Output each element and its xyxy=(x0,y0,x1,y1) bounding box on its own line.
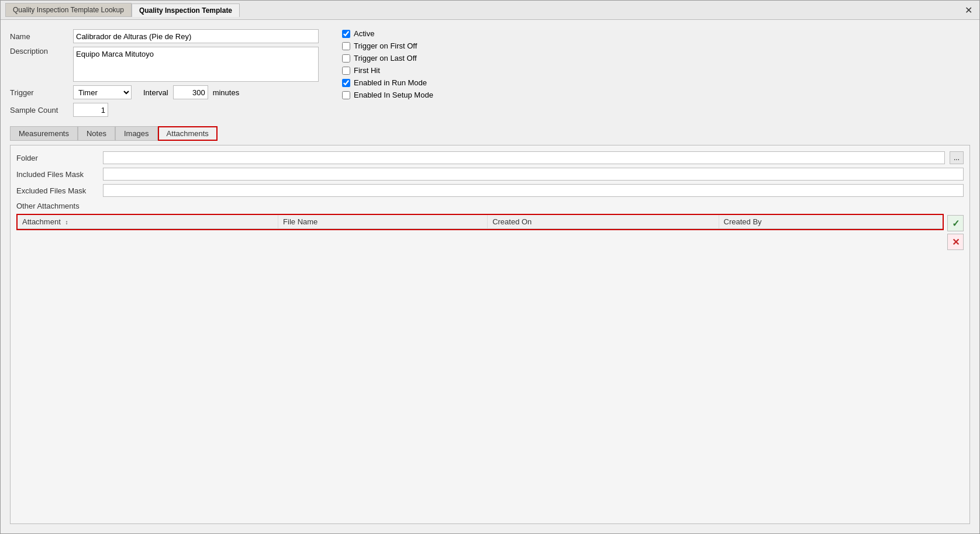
table-header-row: Attachment ↕ File Name Created On xyxy=(18,215,943,229)
col-attachment-label: Attachment xyxy=(22,217,61,226)
enabled-run-mode-row: Enabled in Run Mode xyxy=(342,78,433,87)
interval-label: Interval xyxy=(143,88,168,97)
included-mask-label: Included Files Mask xyxy=(16,170,98,179)
sample-count-row: Sample Count xyxy=(10,103,319,117)
folder-input[interactable] xyxy=(103,151,945,164)
excluded-mask-input[interactable] xyxy=(103,184,964,197)
excluded-mask-row: Excluded Files Mask xyxy=(16,184,964,197)
folder-label: Folder xyxy=(16,154,98,162)
trigger-last-off-checkbox[interactable] xyxy=(342,54,350,63)
confirm-button[interactable]: ✓ xyxy=(947,215,964,231)
sample-count-label: Sample Count xyxy=(10,106,68,115)
enabled-run-mode-checkbox[interactable] xyxy=(342,79,350,87)
tab-template[interactable]: Quality Inspection Template xyxy=(132,4,240,17)
sample-count-input[interactable] xyxy=(73,103,108,117)
main-window: Quality Inspection Template Lookup Quali… xyxy=(0,0,980,534)
sort-icon-attachment: ↕ xyxy=(65,219,68,226)
top-section: Name Description Equipo Marca Mitutoyo T… xyxy=(10,29,970,117)
first-hit-checkbox[interactable] xyxy=(342,67,350,75)
trigger-last-off-label: Trigger on Last Off xyxy=(354,54,417,63)
col-created-on: Created On xyxy=(488,215,719,229)
name-input[interactable] xyxy=(73,29,319,43)
folder-row: Folder ... xyxy=(16,151,964,164)
active-checkbox-row: Active xyxy=(342,29,433,38)
description-label: Description xyxy=(10,47,68,56)
col-created-by: Created By xyxy=(719,215,943,229)
content-area: Name Description Equipo Marca Mitutoyo T… xyxy=(1,20,979,533)
attachments-section: Folder ... Included Files Mask Excluded … xyxy=(10,145,970,524)
trigger-first-off-checkbox[interactable] xyxy=(342,42,350,50)
col-filename-label: File Name xyxy=(283,217,318,226)
trigger-first-off-label: Trigger on First Off xyxy=(354,41,417,50)
col-attachment: Attachment ↕ xyxy=(18,215,278,229)
attachments-table: Attachment ↕ File Name Created On xyxy=(18,215,943,229)
name-label: Name xyxy=(10,32,68,41)
description-row: Description Equipo Marca Mitutoyo xyxy=(10,47,319,82)
tab-lookup[interactable]: Quality Inspection Template Lookup xyxy=(5,3,132,17)
enabled-setup-mode-row: Enabled In Setup Mode xyxy=(342,91,433,99)
enabled-run-mode-label: Enabled in Run Mode xyxy=(354,78,427,87)
active-label: Active xyxy=(354,29,374,38)
trigger-select[interactable]: Timer Event Manual xyxy=(73,85,132,99)
tab-notes[interactable]: Notes xyxy=(78,126,115,141)
tab-measurements[interactable]: Measurements xyxy=(10,126,78,141)
interval-input[interactable] xyxy=(173,85,208,99)
browse-button[interactable]: ... xyxy=(950,151,964,164)
included-mask-input[interactable] xyxy=(103,168,964,181)
trigger-first-off-row: Trigger on First Off xyxy=(342,41,433,50)
action-buttons: ✓ ✕ xyxy=(947,214,964,250)
main-tabs: Measurements Notes Images Attachments xyxy=(10,126,970,141)
right-panel: Active Trigger on First Off Trigger on L… xyxy=(342,29,433,117)
attachments-table-container: Attachment ↕ File Name Created On xyxy=(16,214,944,230)
title-bar: Quality Inspection Template Lookup Quali… xyxy=(1,1,979,20)
enabled-setup-mode-checkbox[interactable] xyxy=(342,91,350,99)
included-mask-row: Included Files Mask xyxy=(16,168,964,181)
close-button[interactable]: ✕ xyxy=(962,5,975,16)
other-attachments-label: Other Attachments xyxy=(16,202,964,210)
tab-attachments[interactable]: Attachments xyxy=(158,126,218,141)
col-filename: File Name xyxy=(278,215,488,229)
cancel-button[interactable]: ✕ xyxy=(947,234,964,250)
description-textarea[interactable]: Equipo Marca Mitutoyo xyxy=(73,47,319,82)
excluded-mask-label: Excluded Files Mask xyxy=(16,186,98,195)
name-row: Name xyxy=(10,29,319,43)
first-hit-label: First Hit xyxy=(354,66,380,75)
col-created-on-label: Created On xyxy=(492,217,532,226)
left-form: Name Description Equipo Marca Mitutoyo T… xyxy=(10,29,319,117)
table-area: Attachment ↕ File Name Created On xyxy=(16,214,964,518)
trigger-last-off-row: Trigger on Last Off xyxy=(342,54,433,63)
active-checkbox[interactable] xyxy=(342,30,350,38)
first-hit-row: First Hit xyxy=(342,66,433,75)
tab-images[interactable]: Images xyxy=(115,126,158,141)
interval-unit: minutes xyxy=(213,88,240,97)
trigger-row: Trigger Timer Event Manual Interval minu… xyxy=(10,85,319,99)
trigger-label: Trigger xyxy=(10,88,68,97)
enabled-setup-mode-label: Enabled In Setup Mode xyxy=(354,91,433,99)
col-created-by-label: Created By xyxy=(724,217,762,226)
